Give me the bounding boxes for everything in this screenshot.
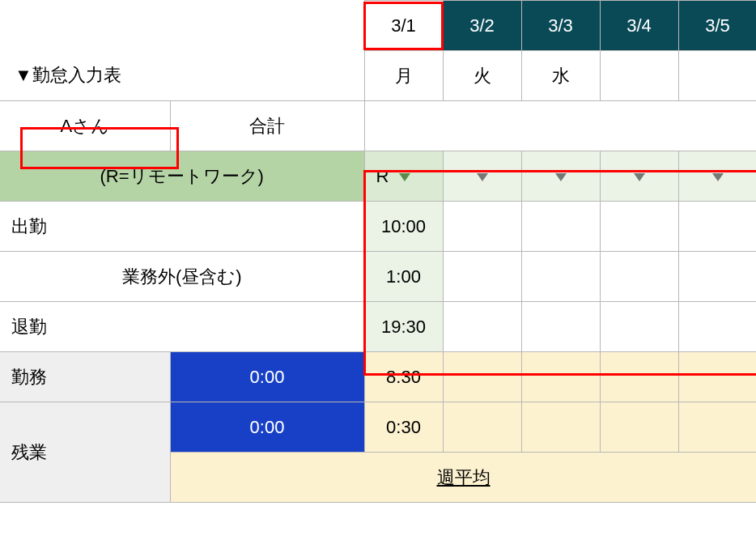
date-3-4: 3/4 [600,1,678,51]
dropdown-icon [555,173,567,181]
break-label: 業務外(昼含む) [0,252,364,302]
ot-weekly-avg: 週平均 [170,453,756,503]
weekday-1: 火 [443,51,521,101]
dropdown-icon [712,173,724,181]
remote-legend: (R=リモートワーク) [0,151,364,202]
remote-select-1[interactable] [443,151,521,202]
ot-label: 残業 [0,402,170,503]
end-0[interactable]: 19:30 [364,302,443,352]
remote-select-3[interactable] [600,151,678,202]
break-3[interactable] [600,252,678,302]
end-4[interactable] [678,302,756,352]
weekday-2: 水 [521,51,600,101]
break-1[interactable] [443,252,521,302]
ot-2 [521,402,600,453]
remote-select-0[interactable]: R [364,151,443,202]
weekday-3 [600,51,678,101]
work-4 [678,352,756,402]
break-0[interactable]: 1:00 [364,252,443,302]
end-2[interactable] [521,302,600,352]
start-2[interactable] [521,202,600,252]
weekday-0: 月 [364,51,443,101]
weekday-4 [678,51,756,101]
date-3-3: 3/3 [521,1,600,51]
work-1 [443,352,521,402]
date-3-5: 3/5 [678,1,756,51]
break-2[interactable] [521,252,600,302]
remote-select-4[interactable] [678,151,756,202]
person-name: Aさん [0,101,170,151]
ot-total: 0:00 [170,402,364,453]
end-3[interactable] [600,302,678,352]
dropdown-icon [399,173,410,181]
end-label: 退勤 [0,302,364,352]
dropdown-icon [634,173,645,181]
start-label: 出勤 [0,202,364,252]
date-3-2: 3/2 [443,1,521,51]
work-2 [521,352,600,402]
remote-select-2[interactable] [521,151,600,202]
start-1[interactable] [443,202,521,252]
table-title: ▼勤怠入力表 [0,51,364,101]
total-merged [364,101,756,151]
work-0: 8:30 [364,352,443,402]
work-total: 0:00 [170,352,364,402]
timesheet-table: 3/1 3/2 3/3 3/4 3/5 ▼勤怠入力表 月 火 水 Aさん 合計 … [0,0,756,540]
dropdown-icon [477,173,488,181]
date-3-1: 3/1 [364,1,443,51]
break-4[interactable] [678,252,756,302]
start-4[interactable] [678,202,756,252]
work-label: 勤務 [0,352,170,402]
ot-0: 0:30 [364,402,443,453]
ot-4 [678,402,756,453]
remote-flag: R [376,166,389,186]
total-header: 合計 [170,101,364,151]
work-3 [600,352,678,402]
end-1[interactable] [443,302,521,352]
start-0[interactable]: 10:00 [364,202,443,252]
ot-3 [600,402,678,453]
start-3[interactable] [600,202,678,252]
ot-1 [443,402,521,453]
